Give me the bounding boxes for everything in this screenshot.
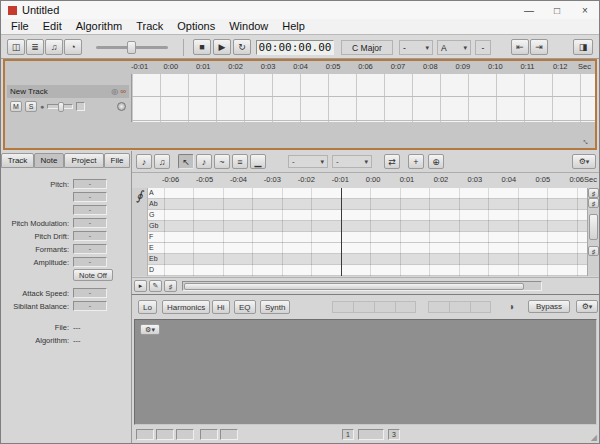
- macro-segment[interactable]: [449, 301, 470, 313]
- menu-file[interactable]: File: [4, 19, 36, 34]
- page-current[interactable]: 1: [342, 429, 354, 440]
- pitch-hz-value[interactable]: -: [73, 205, 107, 215]
- scroll-tool-icon[interactable]: +: [408, 154, 424, 169]
- editor-horizontal-scrollbar[interactable]: [182, 281, 542, 291]
- display-gear-icon[interactable]: ⚙ ▾: [140, 324, 160, 335]
- scale-sharp-button[interactable]: ♯: [588, 188, 599, 198]
- bypass-button[interactable]: Bypass: [528, 300, 570, 313]
- scale-sharp-button[interactable]: ♯: [588, 198, 599, 208]
- sibilant-balance-value[interactable]: -: [73, 301, 107, 311]
- tab-track[interactable]: Track: [1, 153, 34, 168]
- note-off-button[interactable]: Note Off: [73, 269, 113, 281]
- pitch-row[interactable]: Eb: [148, 254, 587, 265]
- tab-eq[interactable]: EQ: [234, 300, 256, 314]
- amplitude-value[interactable]: -: [73, 257, 107, 267]
- snap-right-icon[interactable]: ⇥: [530, 39, 548, 55]
- main-tool-icon[interactable]: ↖: [178, 154, 194, 169]
- pitch-row[interactable]: G: [148, 210, 587, 221]
- output-checkbox[interactable]: [76, 102, 85, 111]
- panel-resize-grip[interactable]: ↔: [580, 134, 593, 147]
- bypass-state-icon[interactable]: ◑: [508, 301, 514, 312]
- close-button[interactable]: ×: [571, 1, 599, 19]
- sound-editor-display[interactable]: ⚙ ▾: [134, 319, 597, 425]
- page-slider[interactable]: [358, 429, 384, 440]
- tab-hi[interactable]: Hi: [212, 300, 230, 314]
- formants-value[interactable]: -: [73, 244, 107, 254]
- stop-button[interactable]: ■: [193, 39, 211, 55]
- solo-button[interactable]: S: [25, 101, 37, 112]
- track-lane-row[interactable]: [132, 98, 595, 121]
- tab-project[interactable]: Project: [64, 153, 104, 168]
- editor-vertical-scrollbar[interactable]: ♯ ♯ ♯: [587, 188, 599, 276]
- macro-slot[interactable]: [200, 429, 218, 440]
- monitor-icon[interactable]: ◎: [111, 87, 118, 96]
- arrangement-view-icon[interactable]: ◫: [7, 39, 25, 55]
- macro-slot[interactable]: [176, 429, 194, 440]
- macro-segment[interactable]: [374, 301, 395, 313]
- pan-knob[interactable]: [117, 102, 126, 111]
- pitch-tool-icon[interactable]: ♪: [196, 154, 212, 169]
- menu-edit[interactable]: Edit: [36, 19, 69, 34]
- menu-help[interactable]: Help: [275, 19, 312, 34]
- detune-box[interactable]: -: [475, 40, 491, 55]
- pitch-row[interactable]: Ab: [148, 199, 587, 210]
- pitch-row[interactable]: Gb: [148, 221, 587, 232]
- track-lane-row[interactable]: [132, 74, 595, 97]
- track-name[interactable]: New Track: [10, 87, 48, 96]
- record-arm-icon[interactable]: ●: [40, 103, 44, 110]
- pencil-icon[interactable]: ✎: [149, 280, 162, 292]
- window-resize-grip[interactable]: ◢: [591, 433, 597, 442]
- panel-toggle-icon[interactable]: ◨: [573, 39, 593, 55]
- hscroll-thumb[interactable]: [184, 283, 524, 290]
- tab-note[interactable]: Note: [34, 153, 64, 168]
- time-display[interactable]: 00:00:00.00: [256, 40, 334, 55]
- scale-mode-selector[interactable]: - ▾: [399, 40, 433, 55]
- attack-speed-value[interactable]: -: [73, 288, 107, 298]
- reference-pitch-selector[interactable]: A ▾: [437, 40, 471, 55]
- page-total[interactable]: 3: [388, 429, 400, 440]
- key-selector[interactable]: C Major: [341, 40, 393, 55]
- zoom-slider-handle[interactable]: [127, 41, 136, 54]
- cycle-button[interactable]: ↻: [233, 39, 251, 55]
- vscroll-thumb[interactable]: [589, 214, 598, 240]
- formant-tool-icon[interactable]: ≡: [232, 154, 248, 169]
- volume-slider-handle[interactable]: [58, 102, 64, 112]
- editor-settings-gear-icon[interactable]: ⚙ ▾: [572, 154, 596, 169]
- playhead[interactable]: [341, 188, 342, 276]
- clock-view-icon[interactable]: ◔: [64, 39, 82, 55]
- macro-slot[interactable]: [136, 429, 154, 440]
- mixer-view-icon[interactable]: ≣: [26, 39, 44, 55]
- pitch-drift-value[interactable]: -: [73, 231, 107, 241]
- tool-value-box-2[interactable]: - ▾: [332, 155, 372, 168]
- macro-segment[interactable]: [470, 301, 491, 313]
- pitch-row[interactable]: D: [148, 265, 587, 276]
- snap-left-icon[interactable]: ⇤: [511, 39, 529, 55]
- sharp-icon[interactable]: ♯: [164, 280, 177, 292]
- macro-segment[interactable]: [395, 301, 416, 313]
- track-ruler[interactable]: -0:01 0:00 0:01 0:02 0:03 0:04 0:05 0:06…: [131, 62, 571, 74]
- tab-harmonics[interactable]: Harmonics: [162, 300, 210, 314]
- chord-mode-icon[interactable]: ♫: [154, 154, 170, 169]
- maximize-button[interactable]: □: [543, 1, 571, 19]
- play-button[interactable]: ▶: [213, 39, 231, 55]
- vibrato-tool-icon[interactable]: ~: [214, 154, 230, 169]
- note-view-icon[interactable]: ♫: [45, 39, 63, 55]
- volume-slider-track[interactable]: [47, 104, 73, 109]
- snap-icon[interactable]: ⇄: [384, 154, 400, 169]
- menu-options[interactable]: Options: [170, 19, 222, 34]
- pitch-row[interactable]: F: [148, 232, 587, 243]
- pitch-value[interactable]: -: [73, 179, 107, 189]
- pitch-row[interactable]: A: [148, 188, 587, 199]
- tool-value-box-1[interactable]: - ▾: [288, 155, 328, 168]
- amplitude-tool-icon[interactable]: ▁: [250, 154, 266, 169]
- tab-file[interactable]: File: [104, 153, 130, 168]
- macro-segment[interactable]: [428, 301, 449, 313]
- zoom-tool-icon[interactable]: ⊕: [428, 154, 444, 169]
- pitch-modulation-value[interactable]: -: [73, 218, 107, 228]
- editor-ruler[interactable]: -0:06 -0:05 -0:04 -0:03 -0:02 -0:01 0:00…: [162, 175, 583, 187]
- menu-track[interactable]: Track: [129, 19, 170, 34]
- marker-icon[interactable]: ▸: [134, 280, 147, 292]
- macro-segment[interactable]: [353, 301, 374, 313]
- pitch-cents-value[interactable]: -: [73, 192, 107, 202]
- mute-button[interactable]: M: [10, 101, 22, 112]
